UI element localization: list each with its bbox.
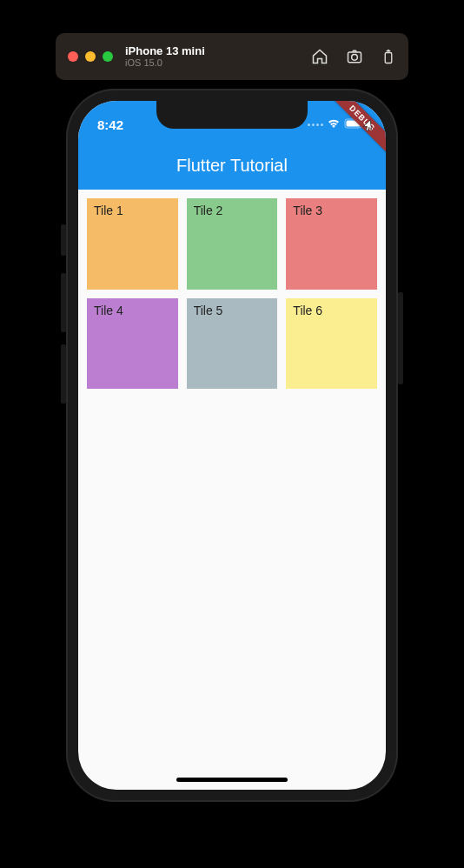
screenshot-icon[interactable] [346,48,363,65]
svg-rect-2 [385,53,392,63]
grid-tile[interactable]: Tile 3 [286,198,377,290]
grid-tile[interactable]: Tile 4 [87,298,178,390]
home-indicator[interactable] [176,778,288,782]
tile-label: Tile 4 [94,304,123,317]
cellular-icon [308,124,323,126]
grid-tile[interactable]: Tile 6 [286,298,377,390]
svg-point-1 [352,55,358,61]
svg-rect-4 [347,121,361,127]
device-name: iPhone 13 mini [125,44,205,58]
tile-label: Tile 5 [194,304,223,317]
simulator-toolbar: iPhone 13 mini iOS 15.0 [56,33,408,80]
tile-label: Tile 3 [293,204,322,217]
tile-label: Tile 6 [293,304,322,317]
grid-tile[interactable]: Tile 5 [187,298,278,390]
close-window-button[interactable] [68,51,78,62]
grid-tile[interactable]: Tile 1 [87,198,178,290]
notch [156,101,308,129]
tile-label: Tile 2 [194,204,223,217]
tile-grid[interactable]: Tile 1 Tile 2 Tile 3 Tile 4 Tile 5 Tile … [78,190,386,397]
app-bar-title: Flutter Tutorial [176,156,288,176]
power-button[interactable] [398,292,403,384]
window-controls [68,51,113,62]
tile-label: Tile 1 [94,204,123,217]
home-icon[interactable] [311,48,328,65]
grid-tile[interactable]: Tile 2 [187,198,278,290]
device-os: iOS 15.0 [125,57,205,69]
wifi-icon [327,117,341,132]
app-bar: Flutter Tutorial [78,141,386,190]
minimize-window-button[interactable] [85,51,96,62]
status-icons [308,117,365,132]
status-time: 8:42 [97,117,123,132]
zoom-window-button[interactable] [103,51,113,62]
rotate-icon[interactable] [381,48,396,65]
device-info: iPhone 13 mini iOS 15.0 [125,44,205,70]
phone-frame: DEBUG 8:42 Flutter Tutorial [66,89,398,802]
phone-screen: DEBUG 8:42 Flutter Tutorial [78,101,386,790]
